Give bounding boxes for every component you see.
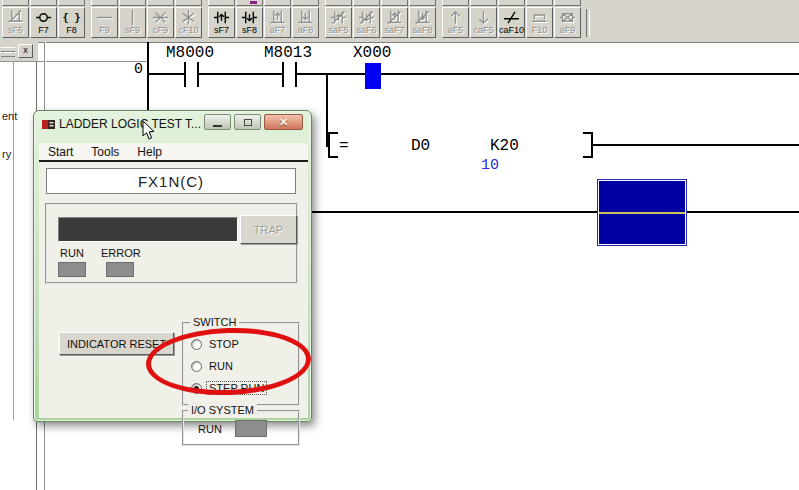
menu-start[interactable]: Start [39, 145, 82, 159]
negated-rising-pulse-icon [331, 10, 346, 25]
toolbar-button-partial[interactable] [91, 0, 118, 6]
toolbar-button-label: sF7 [214, 25, 229, 35]
compare-operand2[interactable]: K20 [490, 137, 519, 155]
toolbar-button-partial[interactable] [119, 0, 146, 6]
toolbar-button-label: cF10 [178, 25, 198, 35]
toolbar-button-caF10[interactable]: caF10 [498, 7, 525, 38]
parallel-nc-pulse-contact-icon [8, 10, 23, 25]
crossed-box-icon [560, 10, 575, 25]
compare-right-bracket [583, 156, 591, 158]
menu-help[interactable]: Help [128, 145, 171, 159]
toolbar-button-partial[interactable] [147, 0, 174, 6]
rising-pulse-contact-icon [214, 10, 229, 25]
io-group-legend: I/O SYSTEM [188, 404, 257, 416]
monitor-value: 10 [481, 157, 499, 174]
trap-button[interactable]: TRAP [240, 215, 297, 244]
toolbar-button-partial[interactable] [353, 0, 380, 6]
contact-label: M8013 [264, 44, 312, 62]
compare-operand1[interactable]: D0 [411, 137, 430, 155]
toolbar-button-label: sF6 [8, 25, 23, 35]
toolbar-button-saF7[interactable]: saF7 [381, 7, 408, 38]
toolbar-button-label: saF5 [328, 25, 348, 35]
toolbar-button-label: sF9 [125, 25, 140, 35]
maximize-button[interactable] [234, 114, 261, 130]
negated-falling-pulse-icon [359, 10, 374, 25]
maximize-icon [244, 119, 252, 126]
toolbar-button-partial[interactable] [292, 0, 319, 6]
application-window: sF6F7{ }F8F9sF9cF9cF10sF7sF8aF7aF8saF5sa… [0, 0, 799, 490]
close-icon: ✕ [279, 116, 288, 129]
toolbar-button-partial[interactable] [58, 0, 85, 6]
menu-separator [39, 160, 308, 162]
toolbar-button-sF8[interactable]: sF8 [236, 7, 263, 38]
toolbar-button-sF9[interactable]: sF9 [119, 7, 146, 38]
trap-button-label: TRAP [254, 224, 283, 236]
horizontal-line-icon [97, 10, 112, 25]
toolbar-button-partial[interactable] [554, 0, 581, 6]
parallel-falling-pulse-icon [298, 10, 313, 25]
delete-junction-icon [181, 10, 196, 25]
dialog-menubar: StartToolsHelp [39, 143, 308, 160]
toolbar-group: sF6F7{ }F8 [2, 7, 85, 38]
toolbar-button-F8[interactable]: { }F8 [58, 7, 85, 38]
toolbar-button-saF5[interactable]: saF5 [325, 7, 352, 38]
indicator-reset-label: INDICATOR RESET [67, 338, 166, 350]
toolbar-button-saF8[interactable]: saF8 [409, 7, 436, 38]
contact-m8013[interactable] [295, 62, 297, 87]
toolbar-button-aF7[interactable]: aF7 [264, 7, 291, 38]
toolbar-area: sF6F7{ }F8F9sF9cF9cF10sF7sF8aF7aF8saF5sa… [0, 0, 799, 43]
toolbar-button-partial[interactable] [2, 0, 29, 6]
arrow-up-icon [448, 10, 463, 25]
run-led-indicator [58, 262, 86, 277]
compare-left-bracket [330, 132, 338, 134]
toolbar-button-sF6[interactable]: sF6 [2, 7, 29, 38]
menu-tools[interactable]: Tools [82, 145, 128, 159]
partial-icon [250, 1, 257, 4]
toolbar-button-cF10[interactable]: cF10 [175, 7, 202, 38]
toolbar-separator [586, 9, 590, 37]
edit-cursor-cell[interactable] [597, 179, 687, 246]
toolbar-button-caF5[interactable]: caF5 [470, 7, 497, 38]
switch-group-legend: SWITCH [190, 316, 239, 328]
contact-m8013[interactable] [282, 62, 284, 87]
toolbar-button-partial[interactable] [175, 0, 202, 6]
toolbar-button-partial[interactable] [264, 0, 291, 6]
contact-m8000[interactable] [184, 62, 186, 87]
parallel-negated-rising-icon [387, 10, 402, 25]
horizontal-bracket-icon [532, 10, 547, 25]
main-toolbar: sF6F7{ }F8F9sF9cF9cF10sF7sF8aF7aF8saF5sa… [2, 7, 581, 38]
toolbar-button-partial[interactable] [470, 0, 497, 6]
toolbar-button-partial[interactable] [381, 0, 408, 6]
minimize-button[interactable] [204, 114, 231, 130]
minimize-icon [213, 122, 222, 127]
toolbar-button-aF9[interactable]: aF9 [554, 7, 581, 38]
toolbar-button-partial[interactable] [498, 0, 525, 6]
toolbar-button-partial[interactable] [526, 0, 553, 6]
compare-operator[interactable]: = [339, 137, 349, 155]
dialog-title: LADDER LOGIC TEST T... [59, 117, 201, 131]
toolbar-button-F9[interactable]: F9 [91, 7, 118, 38]
delete-line-icon [153, 10, 168, 25]
toolbar-button-aF5[interactable]: aF5 [442, 7, 469, 38]
toolbar-button-partial[interactable] [208, 0, 235, 6]
contact-x000-energized[interactable] [365, 63, 381, 89]
toolbar-button-cF9[interactable]: cF9 [147, 7, 174, 38]
contact-label: X000 [353, 44, 391, 62]
toolbar-button-label: caF10 [499, 25, 524, 35]
toolbar-button-label: caF5 [473, 25, 493, 35]
toolbar-button-sF7[interactable]: sF7 [208, 7, 235, 38]
contact-m8000[interactable] [197, 62, 199, 87]
close-button[interactable]: ✕ [264, 114, 303, 130]
toolbar-button-F10[interactable]: F10 [526, 7, 553, 38]
compare-left-bracket [330, 156, 338, 158]
toolbar-button-partial[interactable] [325, 0, 352, 6]
toolbar-button-F7[interactable]: F7 [30, 7, 57, 38]
dialog-titlebar[interactable]: LADDER LOGIC TEST T... ✕ [34, 111, 311, 143]
toolbar-button-aF8[interactable]: aF8 [292, 7, 319, 38]
toolbar-button-saF6[interactable]: saF6 [353, 7, 380, 38]
toolbar-button-partial[interactable] [442, 0, 469, 6]
toolbar-button-partial[interactable] [409, 0, 436, 6]
toolbar-button-partial[interactable] [30, 0, 57, 6]
plc-type-display: FX1N(C) [46, 168, 296, 194]
toolbar-group: aF5caF5caF10F10aF9 [442, 7, 581, 38]
